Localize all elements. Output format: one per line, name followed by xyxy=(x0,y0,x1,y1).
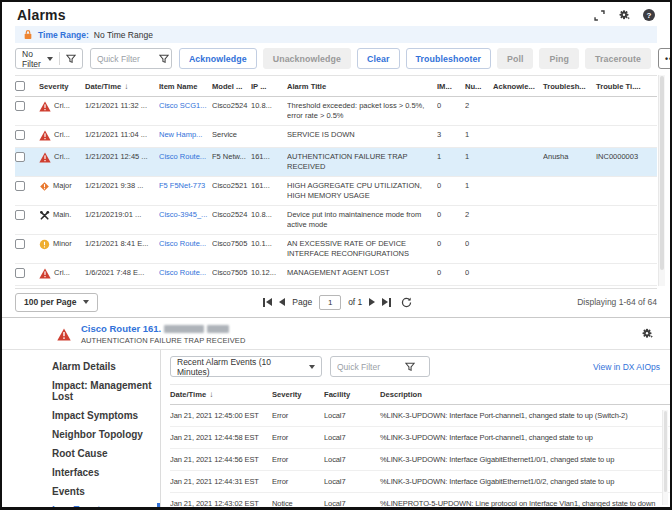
events-range-value: Recent Alarm Events (10 Minutes) xyxy=(177,357,303,377)
detail-device-link[interactable]: Cisco Router 161. xyxy=(81,323,245,334)
row-checkbox[interactable] xyxy=(15,239,25,249)
item-name-link[interactable]: F5 F5Net-773 xyxy=(159,177,212,205)
manage-filters-icon[interactable] xyxy=(66,54,76,64)
column-header-model----[interactable]: Model ... xyxy=(212,76,251,96)
rows-per-page-dropdown[interactable]: 100 per Page xyxy=(15,293,98,312)
log-quick-filter-input[interactable] xyxy=(337,362,401,372)
sidebar-item-impact--symptoms[interactable]: Impact Symptoms xyxy=(18,406,160,425)
ip-address xyxy=(251,126,287,147)
next-page-button[interactable] xyxy=(369,298,375,306)
row-checkbox[interactable] xyxy=(15,130,25,140)
row-checkbox[interactable] xyxy=(15,152,25,162)
trouble-ticket-id xyxy=(596,177,651,205)
log-vertical-scrollbar[interactable] xyxy=(662,410,668,505)
quick-filter-input[interactable] xyxy=(97,54,155,64)
alarm-datetime: 1/21/2021 11:32 ... xyxy=(85,97,159,125)
log-column-header-description[interactable]: Description xyxy=(380,385,670,404)
log-table-header: Date/Time↓SeverityFacilityDescription xyxy=(170,384,670,405)
row-checkbox[interactable] xyxy=(15,268,25,278)
trouble-ticket-id xyxy=(596,97,651,125)
item-name-link[interactable]: Cisco-3945_... xyxy=(159,206,212,234)
log-row: Jan 21, 2021 12:44:31 EST Error Local7 %… xyxy=(170,471,670,493)
alarm-datetime: 1/6/2021 7:48 E... xyxy=(85,264,159,285)
sidebar-item-alarm-details[interactable]: Alarm Details xyxy=(18,357,160,376)
log-column-header-severity[interactable]: Severity xyxy=(272,385,324,404)
log-column-header-date-time[interactable]: Date/Time↓ xyxy=(170,385,272,404)
sidebar-item-root-cause[interactable]: Root Cause xyxy=(18,444,160,463)
detail-alarm-title: AUTHENTICATION FAILURE TRAP RECEIVED xyxy=(81,336,245,345)
redacted-text xyxy=(207,325,229,333)
table-row[interactable]: Cri... 1/6/2021 7:48 E... Cisco Route...… xyxy=(15,264,657,286)
pagination-bar: 100 per Page Page of 1 Displaying 1-64 o… xyxy=(15,288,657,313)
table-row[interactable]: Cri... 1/21/2021 12:45 ... Cisco Route..… xyxy=(15,148,657,177)
first-page-button[interactable] xyxy=(263,298,272,307)
detail-settings-gear-icon[interactable] xyxy=(640,327,654,341)
log-severity: Notice xyxy=(272,493,324,507)
filter-dropdown[interactable]: No Filter xyxy=(15,48,83,69)
row-checkbox[interactable] xyxy=(15,210,25,220)
column-header-item-name[interactable]: Item Name xyxy=(159,76,212,96)
column-header-severity[interactable]: Severity xyxy=(39,76,85,96)
select-all-checkbox[interactable] xyxy=(15,81,25,91)
sidebar-item-impact--management-lost[interactable]: Impact: Management Lost xyxy=(18,376,160,406)
sidebar-item-log-events[interactable]: Log Events xyxy=(18,501,160,510)
trouble-ticket-id xyxy=(596,126,651,147)
log-column-header-facility[interactable]: Facility xyxy=(324,385,380,404)
acknowledge-button[interactable]: Acknowledge xyxy=(179,48,257,69)
column-header-nu---[interactable]: Nu... xyxy=(465,76,493,96)
table-row[interactable]: Cri... 1/21/2021 11:04 ... New Hamp... S… xyxy=(15,126,657,148)
column-header-im---[interactable]: IM... xyxy=(437,76,465,96)
troubleshooter-button[interactable]: Troubleshooter xyxy=(406,48,491,69)
item-name-link[interactable]: New Hamp... xyxy=(159,126,212,147)
filter-toolbar: No Filter AcknowledgeUnacknowledgeClearT… xyxy=(15,48,657,69)
sidebar-item-neighbor-topology[interactable]: Neighbor Topology xyxy=(18,425,160,444)
log-row: Jan 21, 2021 12:43:02 EST Notice Local7 … xyxy=(170,493,670,507)
impact-count: 0 xyxy=(437,235,465,263)
severity-icon xyxy=(39,210,50,221)
column-header-select[interactable] xyxy=(15,76,39,96)
column-header-troublesh---[interactable]: Troublesh... xyxy=(543,76,596,96)
last-page-button[interactable] xyxy=(382,298,391,307)
help-icon[interactable]: ? xyxy=(642,8,656,22)
filter-funnel-icon xyxy=(405,362,415,372)
vertical-scrollbar[interactable] xyxy=(658,75,665,286)
column-header-ip----[interactable]: IP ... xyxy=(251,76,287,96)
item-name-link[interactable]: Cisco Route... xyxy=(159,264,212,285)
events-range-dropdown[interactable]: Recent Alarm Events (10 Minutes) xyxy=(170,356,322,377)
detach-icon[interactable] xyxy=(592,8,606,22)
column-header-date-time[interactable]: Date/Time↓ xyxy=(85,76,159,96)
row-checkbox[interactable] xyxy=(15,181,25,191)
sidebar-item-events[interactable]: Events xyxy=(18,482,160,501)
column-header-acknowle---[interactable]: Acknowle... xyxy=(493,76,543,96)
sidebar-item-interfaces[interactable]: Interfaces xyxy=(18,463,160,482)
item-name-link[interactable]: Cisco SCG1... xyxy=(159,97,212,125)
chevron-down-icon xyxy=(47,57,53,61)
previous-page-button[interactable] xyxy=(279,298,285,306)
item-name-link[interactable]: Cisco Route... xyxy=(159,235,212,263)
refresh-icon[interactable] xyxy=(401,297,412,308)
more-actions-button[interactable]: ••• xyxy=(658,48,672,69)
page-number-input[interactable] xyxy=(319,295,341,310)
acknowledged-by xyxy=(493,148,543,176)
alarm-datetime: 1/21/2021 11:04 ... xyxy=(85,126,159,147)
severity-label: Cri... xyxy=(54,130,70,140)
troubleshooter-name xyxy=(543,126,596,147)
sort-descending-icon: ↓ xyxy=(209,390,213,399)
trouble-ticket-id xyxy=(596,264,651,285)
model-class: Cisco2521 xyxy=(212,177,251,205)
table-row[interactable]: Minor 1/21/2021 8:41 E... Cisco Route...… xyxy=(15,235,657,264)
row-checkbox[interactable] xyxy=(15,101,25,111)
table-row[interactable]: Main. 1/21/20219:01 ... Cisco-3945_... C… xyxy=(15,206,657,235)
clear-button[interactable]: Clear xyxy=(357,48,400,69)
page-title: Alarms xyxy=(17,7,66,23)
column-header-trouble-ti----[interactable]: Trouble Ti.... xyxy=(596,76,651,96)
table-row[interactable]: Major 1/21/2021 9:38 ... F5 F5Net-773 Ci… xyxy=(15,177,657,206)
time-range-label[interactable]: Time Range: xyxy=(38,30,89,40)
settings-gear-icon[interactable] xyxy=(617,8,631,22)
view-in-dx-aiops-link[interactable]: View in DX AIOps xyxy=(593,362,660,372)
impact-count: 3 xyxy=(437,126,465,147)
column-header-alarm-title[interactable]: Alarm Title xyxy=(287,76,437,96)
item-name-link[interactable]: Cisco Route... xyxy=(159,148,212,176)
table-row[interactable]: Cri... 1/21/2021 11:32 ... Cisco SCG1...… xyxy=(15,97,657,126)
poll-button: Poll xyxy=(497,48,534,69)
